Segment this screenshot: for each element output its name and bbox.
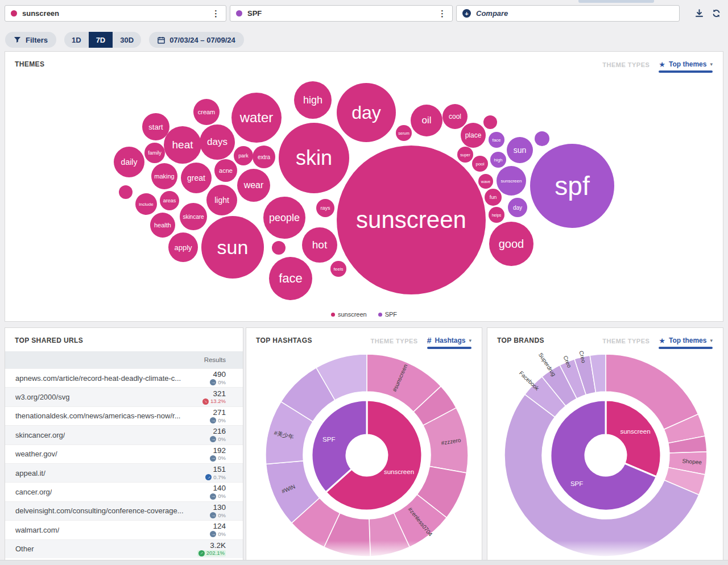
panel-title: TOP SHARED URLS	[15, 336, 83, 344]
shared-url-link[interactable]: skincancer.org/	[15, 431, 65, 439]
change-percent: 0%	[218, 437, 226, 442]
theme-bubble-areas[interactable]: areas	[160, 191, 179, 210]
theme-bubble-sunscreen[interactable]: sunscreen	[337, 146, 486, 294]
top-shared-urls-panel: TOP SHARED URLS Results apnews.com/artic…	[5, 327, 243, 565]
change-percent: 0%	[218, 493, 226, 499]
refresh-button[interactable]	[709, 7, 723, 20]
theme-bubble-sun[interactable]: sun	[201, 216, 264, 279]
theme-bubble-pool[interactable]: pool	[472, 156, 488, 172]
shared-url-link[interactable]: w3.org/2000/svg	[15, 393, 69, 401]
theme-bubble-day[interactable]: day	[337, 83, 396, 142]
change-percent: 0%	[218, 455, 226, 461]
theme-bubble-cream[interactable]: cream	[193, 99, 220, 125]
themes-panel: THEMES THEME TYPES ★ Top themes ▾ startc…	[5, 51, 723, 322]
theme-bubble[interactable]	[119, 185, 133, 199]
result-value: 140	[210, 484, 226, 492]
theme-bubble-apply[interactable]: apply	[168, 232, 198, 262]
theme-bubble-cool[interactable]: cool	[442, 104, 468, 129]
hashtags-inner-label: sunscreen	[384, 468, 414, 475]
shared-url-link[interactable]: appeal.it/	[15, 469, 46, 477]
theme-bubble-face[interactable]: face	[269, 257, 312, 300]
theme-bubble[interactable]	[483, 115, 497, 129]
change-percent: 0%	[218, 513, 226, 518]
theme-bubble-health[interactable]: health	[150, 213, 175, 238]
theme-bubble-high[interactable]: high	[490, 152, 506, 168]
theme-bubble-oil[interactable]: oil	[411, 105, 442, 136]
theme-bubble-skincare[interactable]: skincare	[180, 203, 207, 230]
query-input-spf[interactable]: SPF ⋮	[230, 5, 453, 22]
result-cell: 130→0%	[210, 504, 226, 518]
theme-bubble-park[interactable]: park	[234, 146, 253, 165]
url-table-row: weather.gov/192→0%	[5, 444, 243, 463]
shared-url-link[interactable]: weather.gov/	[15, 450, 57, 458]
theme-bubble-good[interactable]: good	[489, 222, 533, 266]
theme-bubble-great[interactable]: great	[181, 163, 212, 193]
shared-url-link[interactable]: delveinsight.com/consulting/conference-c…	[15, 506, 184, 515]
theme-bubble-fun[interactable]: fun	[485, 189, 502, 206]
theme-bubble-place[interactable]: place	[461, 123, 486, 148]
change-indicator: →0%	[210, 512, 226, 518]
theme-bubble-feels[interactable]: feels	[330, 261, 346, 277]
trend-arrow-icon: →	[210, 455, 216, 462]
shared-url-link[interactable]: walmart.com/	[15, 526, 59, 534]
theme-bubble-water[interactable]: water	[231, 93, 282, 143]
theme-bubble-day[interactable]: day	[508, 198, 527, 217]
trend-arrow-icon: →	[210, 417, 216, 423]
range-30d-button[interactable]: 30D	[113, 32, 141, 48]
theme-bubble-family[interactable]: family	[144, 143, 165, 163]
theme-bubble-skin[interactable]: skin	[279, 123, 349, 193]
theme-bubble-heat[interactable]: heat	[164, 126, 201, 164]
result-cell: 490→0%	[210, 371, 226, 385]
change-indicator: →0%	[210, 493, 226, 500]
kebab-menu-icon[interactable]: ⋮	[438, 9, 446, 18]
shared-url-link[interactable]: apnews.com/article/record-heat-deadly-cl…	[15, 374, 181, 383]
theme-bubble-high[interactable]: high	[294, 81, 332, 119]
theme-bubble-helps[interactable]: helps	[489, 207, 504, 223]
theme-bubble-face[interactable]: face	[489, 132, 504, 148]
result-cell: 151→0.7%	[205, 466, 226, 480]
theme-bubble-hot[interactable]: hot	[302, 227, 337, 263]
result-cell: 321→13.2%	[202, 390, 226, 405]
result-value: 3.2K	[197, 542, 226, 550]
query-input-sunscreen[interactable]: sunscreen ⋮	[5, 5, 226, 22]
theme-bubble-acne[interactable]: acne	[214, 159, 237, 182]
theme-bubble-making[interactable]: making	[151, 163, 177, 189]
theme-bubble-include[interactable]: include	[135, 193, 157, 215]
date-range-segmented-control: 1D 7D 30D	[64, 32, 141, 48]
theme-bubble-rays[interactable]: rays	[316, 199, 334, 217]
theme-bubble-wave[interactable]: wave	[478, 174, 493, 189]
change-indicator: →0%	[210, 436, 226, 442]
hashtags-inner-label: SPF	[322, 436, 335, 443]
range-7d-button[interactable]: 7D	[89, 32, 113, 48]
date-range-picker[interactable]: 07/03/24 – 07/09/24	[149, 32, 244, 48]
range-1d-button[interactable]: 1D	[64, 32, 89, 48]
theme-bubble[interactable]	[535, 131, 549, 146]
query-label: SPF	[247, 9, 262, 18]
shared-url-link[interactable]: cancer.org/	[15, 488, 52, 496]
theme-bubble-people[interactable]: people	[263, 197, 305, 239]
theme-bubble-serum[interactable]: serum	[396, 125, 412, 141]
shared-url-link[interactable]: thenationaldesk.com/news/americas-news-n…	[15, 412, 180, 420]
change-percent: 0%	[218, 418, 226, 423]
change-indicator: →0%	[210, 455, 226, 462]
theme-bubble[interactable]	[272, 241, 286, 255]
theme-bubble-sunscreen[interactable]: sunscreen	[497, 166, 526, 196]
theme-bubble-days[interactable]: days	[200, 124, 235, 160]
theme-bubble-extra[interactable]: extra	[253, 146, 275, 168]
theme-bubble-super[interactable]: super	[457, 147, 473, 163]
theme-bubble-spf[interactable]: spf	[530, 144, 614, 228]
kebab-menu-icon[interactable]: ⋮	[212, 9, 220, 18]
theme-bubble-daily[interactable]: daily	[114, 147, 144, 177]
theme-bubble-wear[interactable]: wear	[237, 169, 270, 202]
result-value: 216	[210, 427, 226, 435]
change-indicator: →13.2%	[202, 398, 226, 405]
theme-bubble-sun[interactable]: sun	[507, 137, 533, 163]
trend-arrow-icon: →	[210, 379, 216, 385]
download-button[interactable]	[692, 7, 706, 20]
compare-button[interactable]: + Compare	[456, 5, 680, 22]
trend-arrow-icon: →	[202, 398, 209, 405]
theme-bubble-light[interactable]: light	[206, 185, 237, 215]
filters-button[interactable]: Filters	[5, 32, 56, 48]
shared-url-link[interactable]: Other	[15, 545, 34, 553]
trend-arrow-icon: →	[210, 436, 216, 442]
